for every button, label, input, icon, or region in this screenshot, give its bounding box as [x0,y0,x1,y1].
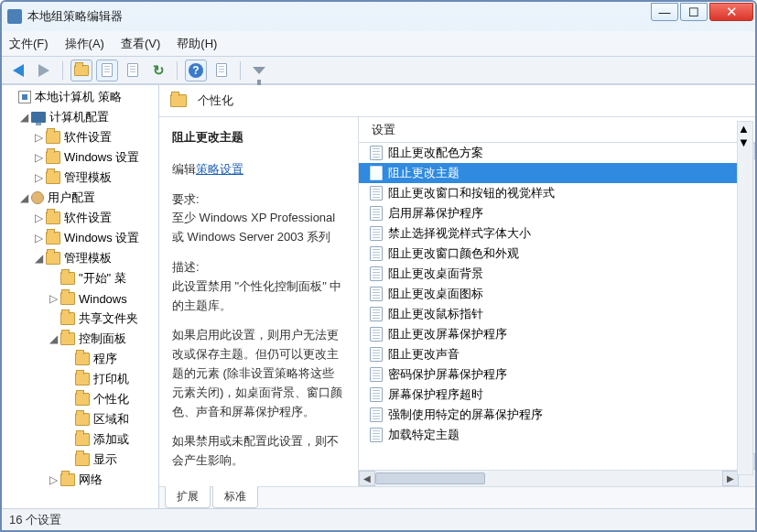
tree-item[interactable]: ▷网络 [2,470,158,490]
back-button[interactable] [7,60,29,81]
policy-item-icon [370,206,383,221]
folder-icon [170,94,187,107]
arrow-left-icon [13,64,24,77]
export-button[interactable] [122,60,144,81]
settings-list-column: 设置 阻止更改配色方案阻止更改主题阻止更改窗口和按钮的视觉样式启用屏幕保护程序禁… [359,117,755,486]
forward-button[interactable] [33,60,55,81]
settings-row-label: 阻止更改主题 [388,165,460,181]
menu-view[interactable]: 查看(V) [121,36,160,52]
tree-control-panel[interactable]: ◢控制面板 [2,329,158,349]
settings-row[interactable]: 阻止更改桌面背景 [359,264,739,284]
description-text: 此设置禁用 "个性化控制面板" 中的主题库。 [172,279,341,312]
tab-standard[interactable]: 标准 [212,486,258,508]
policy-item-icon [370,166,383,180]
tree-item[interactable]: 显示 [2,450,158,470]
tab-extended[interactable]: 扩展 [165,486,211,508]
scroll-up-button[interactable]: ▲ [738,122,752,136]
tree-item[interactable]: 程序 [2,349,158,369]
menu-action[interactable]: 操作(A) [65,36,104,52]
settings-row[interactable]: 禁止选择视觉样式字体大小 [359,223,739,244]
tree-personalization[interactable]: 个性化 [2,389,158,409]
tree-item[interactable]: ▷Windows 设置 [2,228,158,248]
arrow-right-icon [38,64,49,77]
folder-icon [75,353,90,365]
properties-button[interactable] [211,60,233,81]
policy-item-icon [370,287,383,301]
settings-row-label: 密码保护屏幕保护程序 [388,366,507,383]
help-button[interactable]: ? [185,60,207,81]
help-icon: ? [189,63,203,78]
policy-item-icon [370,146,383,160]
up-button[interactable] [70,60,92,81]
view-tabs: 扩展 标准 [159,486,755,508]
tree-item[interactable]: ◢管理模板 [2,248,158,268]
policy-item-icon [370,266,383,281]
edit-policy-link[interactable]: 策略设置 [196,162,243,176]
folder-icon [75,393,90,406]
maximize-button[interactable]: ☐ [680,3,708,21]
separator [62,61,63,80]
tree-item[interactable]: 区域和 [2,409,158,429]
minimize-button[interactable]: — [651,3,678,21]
tree-root[interactable]: 本地计算机 策略 [2,87,158,107]
tree-item[interactable]: "开始" 菜 [2,268,158,288]
folder-icon [60,272,75,285]
tree-pane[interactable]: 本地计算机 策略 ◢计算机配置 ▷软件设置 ▷Windows 设置 ▷管理模板 … [2,85,159,508]
menu-help[interactable]: 帮助(H) [177,36,217,52]
filter-button[interactable] [248,60,270,81]
tree-user-config[interactable]: ◢用户配置 [2,188,158,208]
settings-row[interactable]: 加载特定主题 [359,425,739,445]
detail-pane: 个性化 阻止更改主题 编辑策略设置 要求:至少 Windows XP Profe… [159,85,755,508]
tree-computer-config[interactable]: ◢计算机配置 [2,107,158,127]
tree-item[interactable]: 添加或 [2,429,158,450]
settings-row[interactable]: 阻止更改主题 [359,163,739,183]
settings-row[interactable]: 屏幕保护程序超时 [359,385,739,405]
policy-item-icon [370,327,383,342]
settings-row[interactable]: 强制使用特定的屏幕保护程序 [359,405,739,425]
settings-row[interactable]: 启用屏幕保护程序 [359,203,739,223]
tree-item[interactable]: 共享文件夹 [2,309,158,329]
policy-item-icon [370,367,383,382]
description-text-2: 如果启用此设置，则用户无法更改或保存主题。但仍可以更改主题的元素 (除非设置策略… [172,326,345,421]
folder-icon [75,373,90,385]
folder-icon [75,413,90,426]
folder-icon [46,232,60,244]
settings-row-label: 阻止更改声音 [388,346,460,363]
tree-item[interactable]: ▷Windows [2,288,158,309]
settings-row[interactable]: 阻止更改声音 [359,344,739,364]
settings-row-label: 阻止更改窗口和按钮的视觉样式 [388,185,555,201]
list-header[interactable]: 设置 [359,117,755,143]
policy-item-icon [370,428,383,442]
settings-row[interactable]: 阻止更改鼠标指针 [359,304,739,324]
settings-row[interactable]: 阻止更改屏幕保护程序 [359,324,739,344]
policy-item-icon [370,347,383,362]
settings-list[interactable]: 阻止更改配色方案阻止更改主题阻止更改窗口和按钮的视觉样式启用屏幕保护程序禁止选择… [359,143,739,470]
settings-row[interactable]: 密码保护屏幕保护程序 [359,364,739,385]
folder-up-icon [74,65,89,76]
titlebar: 本地组策略编辑器 — ☐ ✕ [2,2,755,31]
scroll-thumb[interactable] [375,472,485,484]
settings-row[interactable]: 阻止更改配色方案 [359,143,739,163]
refresh-icon: ↻ [153,62,165,79]
outer-vertical-scrollbar[interactable]: ▲ ▼ [737,121,753,475]
close-button[interactable]: ✕ [709,3,753,21]
tree-item[interactable]: ▷管理模板 [2,168,158,188]
description-column: 阻止更改主题 编辑策略设置 要求:至少 Windows XP Professio… [159,117,359,486]
refresh-button[interactable]: ↻ [147,60,169,81]
show-hide-button[interactable] [96,60,118,81]
tree-item[interactable]: 打印机 [2,369,158,389]
settings-row[interactable]: 阻止更改窗口颜色和外观 [359,244,739,264]
tree-item[interactable]: ▷软件设置 [2,127,158,147]
tree-item[interactable]: ▷Windows 设置 [2,147,158,168]
settings-row[interactable]: 阻止更改窗口和按钮的视觉样式 [359,183,739,203]
scroll-down-button[interactable]: ▼ [738,136,752,149]
separator [177,61,178,80]
scroll-left-button[interactable]: ◀ [359,471,375,486]
policy-item-icon [370,186,383,201]
horizontal-scrollbar[interactable]: ◀ ▶ [359,470,739,486]
folder-icon [60,292,75,305]
tree-item[interactable]: ▷软件设置 [2,208,158,228]
folder-icon [75,433,90,446]
settings-row[interactable]: 阻止更改桌面图标 [359,284,739,304]
menu-file[interactable]: 文件(F) [9,36,49,52]
